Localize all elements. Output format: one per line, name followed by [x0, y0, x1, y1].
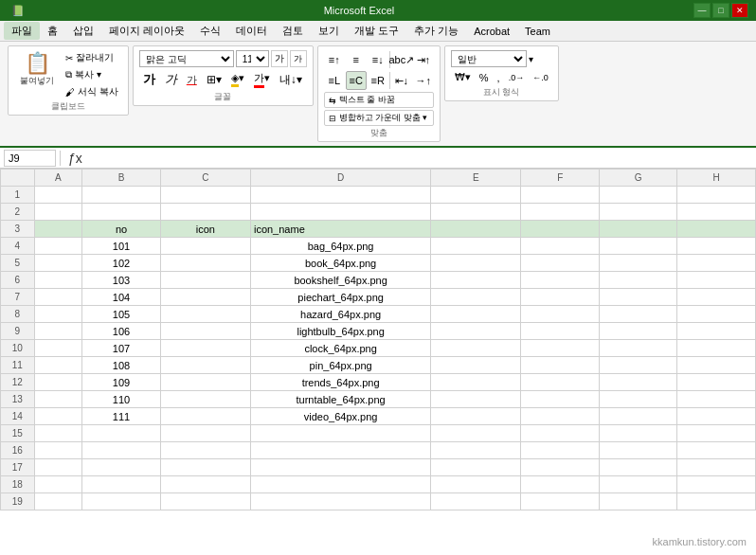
cell-2-3[interactable]	[250, 204, 430, 221]
currency-button[interactable]: ₩▾	[451, 69, 475, 85]
row-header-6[interactable]: 6	[1, 272, 35, 289]
cell-16-4[interactable]	[431, 442, 521, 459]
cell-16-0[interactable]	[34, 442, 82, 459]
cell-17-1[interactable]	[82, 459, 160, 476]
row-header-1[interactable]: 1	[1, 187, 35, 204]
cell-15-7[interactable]	[677, 425, 756, 442]
cell-8-5[interactable]	[521, 306, 599, 323]
cell-4-0[interactable]	[34, 238, 82, 255]
cell-13-7[interactable]	[677, 391, 756, 408]
cell-14-5[interactable]	[521, 408, 599, 425]
row-header-11[interactable]: 11	[1, 357, 35, 374]
cell-9-6[interactable]	[599, 323, 676, 340]
row-header-12[interactable]: 12	[1, 374, 35, 391]
menu-item-page-layout[interactable]: 페이지 레이아웃	[101, 22, 192, 40]
cell-6-0[interactable]	[34, 272, 82, 289]
menu-item-insert[interactable]: 삽입	[65, 22, 101, 40]
cell-17-5[interactable]	[521, 459, 599, 476]
cell-15-5[interactable]	[521, 425, 599, 442]
bold-button[interactable]: 가	[139, 69, 159, 90]
cell-9-5[interactable]	[521, 323, 599, 340]
col-header-h[interactable]: H	[677, 170, 756, 187]
cell-17-3[interactable]	[250, 459, 430, 476]
cell-1-7[interactable]	[677, 187, 756, 204]
formula-input[interactable]	[90, 152, 752, 164]
text-rotate-button[interactable]: abc↗	[391, 50, 412, 69]
cell-8-4[interactable]	[431, 306, 521, 323]
cell-5-3[interactable]: book_64px.png	[250, 255, 430, 272]
paste-button[interactable]: 📋 붙여넣기	[14, 50, 60, 99]
cell-19-6[interactable]	[599, 493, 676, 510]
cell-15-3[interactable]	[250, 425, 430, 442]
cell-12-6[interactable]	[599, 374, 676, 391]
cell-4-7[interactable]	[677, 238, 756, 255]
row-header-8[interactable]: 8	[1, 306, 35, 323]
menu-item-review[interactable]: 검토	[275, 22, 311, 40]
cell-11-6[interactable]	[599, 357, 676, 374]
cell-14-3[interactable]: video_64px.png	[250, 408, 430, 425]
cell-6-6[interactable]	[599, 272, 676, 289]
cell-10-2[interactable]	[160, 340, 250, 357]
cell-10-5[interactable]	[521, 340, 599, 357]
cell-19-7[interactable]	[677, 493, 756, 510]
cell-style-button[interactable]: 내↓▾	[276, 70, 306, 90]
cell-2-5[interactable]	[521, 204, 599, 221]
row-header-5[interactable]: 5	[1, 255, 35, 272]
cell-11-2[interactable]	[160, 357, 250, 374]
cell-14-1[interactable]: 111	[82, 408, 160, 425]
cut-button[interactable]: ✂ 잘라내기	[62, 50, 122, 65]
cell-8-6[interactable]	[599, 306, 676, 323]
cell-11-1[interactable]: 108	[82, 357, 160, 374]
cell-5-5[interactable]	[521, 255, 599, 272]
merge-center-button[interactable]: ⊟ 병합하고 가운데 맞춤 ▾	[324, 110, 434, 126]
italic-button[interactable]: 가	[161, 69, 181, 90]
cell-11-4[interactable]	[431, 357, 521, 374]
number-format-select[interactable]: 일반	[451, 50, 527, 67]
wrap-text-button[interactable]: ⇆ 텍스트 줄 바꿈	[324, 92, 434, 108]
row-header-19[interactable]: 19	[1, 493, 35, 510]
row-header-15[interactable]: 15	[1, 425, 35, 442]
cell-18-5[interactable]	[521, 476, 599, 493]
cell-10-4[interactable]	[431, 340, 521, 357]
cell-4-5[interactable]	[521, 238, 599, 255]
cell-13-2[interactable]	[160, 391, 250, 408]
cell-5-2[interactable]	[160, 255, 250, 272]
fill-color-button[interactable]: ◈▾	[227, 70, 248, 89]
cell-10-3[interactable]: clock_64px.png	[250, 340, 430, 357]
cell-14-6[interactable]	[599, 408, 676, 425]
cell-12-4[interactable]	[431, 374, 521, 391]
underline-button[interactable]: 가	[183, 71, 201, 89]
cell-6-3[interactable]: bookshelf_64px.png	[250, 272, 430, 289]
align-left-button[interactable]: ≡L	[324, 71, 345, 90]
cell-10-7[interactable]	[677, 340, 756, 357]
menu-item-view[interactable]: 보기	[311, 22, 347, 40]
menu-item-developer[interactable]: 개발 도구	[347, 22, 406, 40]
cell-17-0[interactable]	[34, 459, 82, 476]
menu-item-addins[interactable]: 추가 기능	[406, 22, 466, 40]
close-button[interactable]: ✕	[731, 3, 748, 18]
cell-9-7[interactable]	[677, 323, 756, 340]
cell-13-0[interactable]	[34, 391, 82, 408]
cell-9-2[interactable]	[160, 323, 250, 340]
cell-6-7[interactable]	[677, 272, 756, 289]
cell-9-0[interactable]	[34, 323, 82, 340]
font-grow-button[interactable]: 가	[271, 50, 288, 67]
cell-3-7[interactable]	[677, 221, 756, 238]
align-center-button[interactable]: ≡C	[346, 71, 367, 90]
cell-7-0[interactable]	[34, 289, 82, 306]
cell-6-5[interactable]	[521, 272, 599, 289]
col-header-d[interactable]: D	[250, 170, 430, 187]
cell-13-5[interactable]	[521, 391, 599, 408]
cell-18-4[interactable]	[431, 476, 521, 493]
cell-11-5[interactable]	[521, 357, 599, 374]
cell-5-1[interactable]: 102	[82, 255, 160, 272]
font-family-select[interactable]: 맑은 고딕	[139, 50, 234, 67]
cell-14-0[interactable]	[34, 408, 82, 425]
cell-14-2[interactable]	[160, 408, 250, 425]
font-color-button[interactable]: 가▾	[250, 69, 274, 90]
cell-6-2[interactable]	[160, 272, 250, 289]
row-header-7[interactable]: 7	[1, 289, 35, 306]
cell-1-0[interactable]	[34, 187, 82, 204]
cell-7-3[interactable]: piechart_64px.png	[250, 289, 430, 306]
cell-15-0[interactable]	[34, 425, 82, 442]
